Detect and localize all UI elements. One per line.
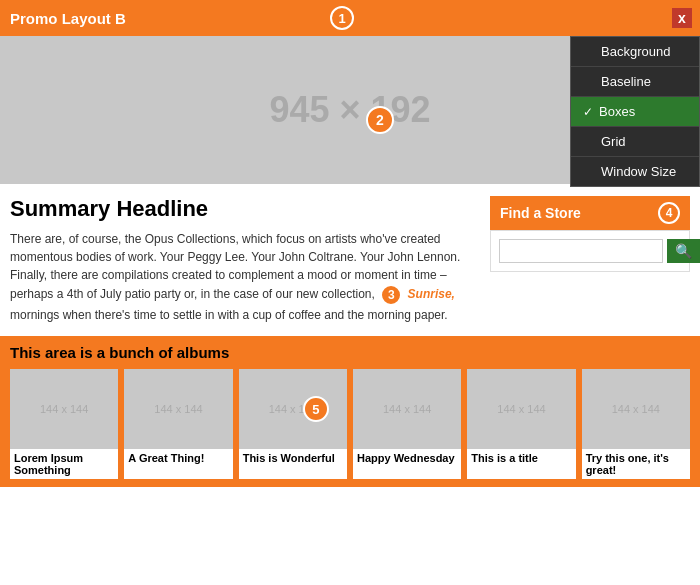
body-text-part2: mornings when there's time to settle in … <box>10 308 448 322</box>
album-thumbnail: 144 x 144 <box>10 369 118 449</box>
album-thumbnail: 144 x 144 <box>124 369 232 449</box>
main-content: Summary Headline There are, of course, t… <box>0 184 700 336</box>
page-title: Promo Layout B <box>10 10 126 27</box>
find-store-header: Find a Store 4 <box>490 196 690 230</box>
album-item: 144 x 144This is a title <box>467 369 575 479</box>
find-store-body: 🔍 <box>490 230 690 272</box>
highlight-text: Sunrise, <box>408 287 455 301</box>
album-label: Lorem Ipsum Something <box>10 449 118 479</box>
album-thumbnail: 144 x 144 <box>467 369 575 449</box>
albums-title: This area is a bunch of albums <box>10 344 690 361</box>
find-store-title: Find a Store <box>500 205 581 221</box>
albums-grid: 144 x 144Lorem Ipsum Something144 x 144A… <box>10 369 690 479</box>
dropdown-item-window-size[interactable]: Window Size <box>571 157 699 186</box>
album-thumbnail: 144 x 1445 <box>239 369 347 449</box>
album-label: Try this one, it's great! <box>582 449 690 479</box>
find-store-search-button[interactable]: 🔍 <box>667 239 700 263</box>
hero-badge: 2 <box>366 106 394 134</box>
album-item: 144 x 144Happy Wednesday <box>353 369 461 479</box>
album-label: This is Wonderful <box>239 449 347 467</box>
album-item: 144 x 1445This is Wonderful <box>239 369 347 479</box>
album-thumbnail: 144 x 144 <box>353 369 461 449</box>
find-store-input[interactable] <box>499 239 663 263</box>
album-item: 144 x 144A Great Thing! <box>124 369 232 479</box>
dropdown-menu: BackgroundBaselineBoxesGridWindow Size <box>570 36 700 187</box>
title-badge: 1 <box>330 6 354 30</box>
title-bar: Promo Layout B 1 x <box>0 0 700 36</box>
content-left: Summary Headline There are, of course, t… <box>10 196 478 324</box>
dropdown-item-grid[interactable]: Grid <box>571 127 699 157</box>
find-store-widget: Find a Store 4 🔍 <box>490 196 690 324</box>
album-thumbnail: 144 x 144 <box>582 369 690 449</box>
album-item: 144 x 144Try this one, it's great! <box>582 369 690 479</box>
summary-headline: Summary Headline <box>10 196 478 222</box>
find-store-badge: 4 <box>658 202 680 224</box>
body-text: There are, of course, the Opus Collectio… <box>10 230 478 324</box>
dropdown-item-boxes[interactable]: Boxes <box>571 97 699 127</box>
album-label: A Great Thing! <box>124 449 232 467</box>
dropdown-item-background[interactable]: Background <box>571 37 699 67</box>
album-label: Happy Wednesday <box>353 449 461 467</box>
close-button[interactable]: x <box>672 8 692 28</box>
hero-dimensions: 945 × 192 <box>269 89 430 131</box>
dropdown-item-baseline[interactable]: Baseline <box>571 67 699 97</box>
album-item: 144 x 144Lorem Ipsum Something <box>10 369 118 479</box>
content-badge: 3 <box>380 284 402 306</box>
album-label: This is a title <box>467 449 575 467</box>
albums-badge: 5 <box>303 396 329 422</box>
albums-section: This area is a bunch of albums 144 x 144… <box>0 336 700 487</box>
